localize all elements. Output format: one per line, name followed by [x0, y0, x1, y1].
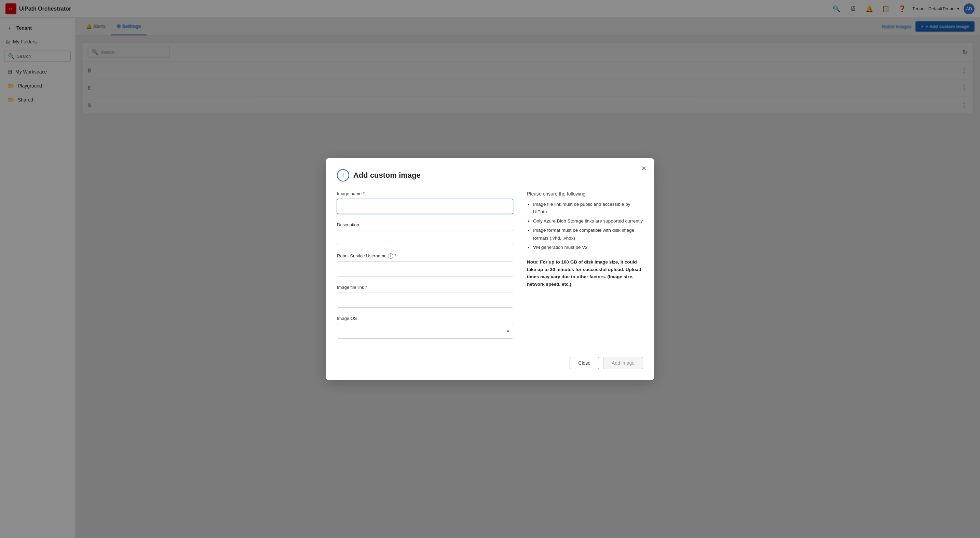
add-image-button[interactable]: Add image: [603, 357, 643, 369]
modal-close-button[interactable]: ✕: [639, 164, 649, 173]
info-bullet-3: Image format must be compatible with dis…: [533, 227, 643, 242]
modal-info-title: Please ensure the following:: [527, 191, 643, 197]
image-os-field: Image OS Windows 10 Windows 11 Windows S…: [337, 316, 513, 339]
modal-info-list: Image file link must be public and acces…: [527, 201, 643, 252]
image-os-label: Image OS: [337, 316, 513, 321]
modal-title: Add custom image: [353, 171, 421, 180]
add-custom-image-modal: ✕ i Add custom image Image name *: [326, 158, 654, 380]
info-circle-icon: i: [337, 169, 349, 181]
info-bullet-4: VM generation must be V2: [533, 244, 643, 251]
modal-form: Image name * Description Robot Service U…: [337, 191, 513, 339]
robot-service-username-field: Robot Service Username i *: [337, 253, 513, 277]
description-input[interactable]: [337, 230, 513, 245]
image-name-input[interactable]: [337, 199, 513, 214]
modal-overlay: ✕ i Add custom image Image name *: [0, 0, 980, 538]
modal-body: Image name * Description Robot Service U…: [337, 191, 643, 339]
robot-service-username-info-icon[interactable]: i: [388, 253, 393, 259]
description-field: Description: [337, 222, 513, 245]
image-file-link-input[interactable]: [337, 293, 513, 308]
info-bullet-1: Image file link must be public and acces…: [533, 201, 643, 216]
modal-header: i Add custom image: [337, 169, 643, 181]
image-os-select-wrapper: Windows 10 Windows 11 Windows Server 201…: [337, 324, 513, 339]
required-marker: *: [363, 191, 364, 196]
description-label: Description: [337, 222, 513, 227]
modal-close-action-button[interactable]: Close: [570, 357, 599, 369]
info-bullet-2: Only Azure Blob Storage links are suppor…: [533, 217, 643, 225]
robot-service-username-input[interactable]: [337, 261, 513, 277]
image-file-link-field: Image file link *: [337, 285, 513, 308]
image-file-link-label: Image file link *: [337, 285, 513, 290]
modal-info-note: Note: For up to 100 GB of disk image siz…: [527, 258, 643, 288]
image-os-select[interactable]: Windows 10 Windows 11 Windows Server 201…: [337, 324, 513, 339]
robot-service-username-label: Robot Service Username i *: [337, 253, 513, 259]
required-marker: *: [395, 253, 396, 258]
modal-footer: Close Add image: [337, 350, 643, 369]
modal-info-panel: Please ensure the following: Image file …: [527, 191, 643, 339]
image-name-field: Image name *: [337, 191, 513, 214]
image-name-label: Image name *: [337, 191, 513, 196]
required-marker: *: [365, 285, 367, 290]
